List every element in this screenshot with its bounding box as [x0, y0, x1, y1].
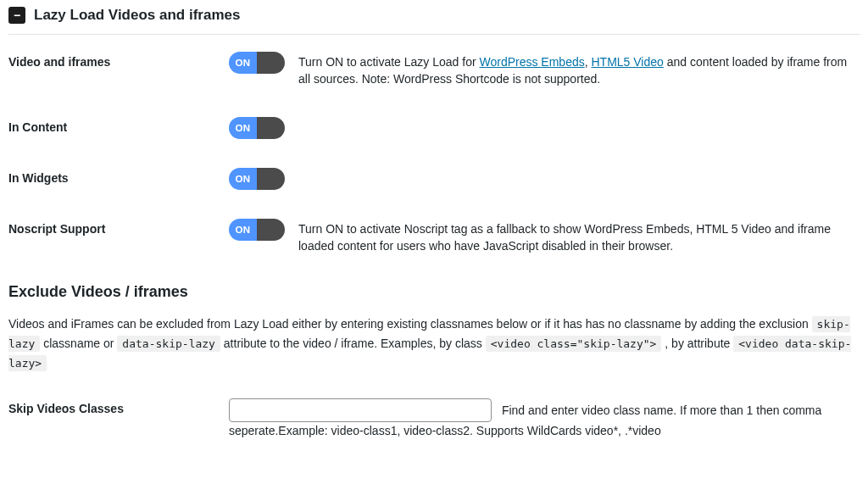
toggle-on-label: ON: [229, 117, 257, 139]
setting-desc: Turn ON to activate Noscript tag as a fa…: [298, 219, 860, 255]
code-data-skip-lazy: data-skip-lazy: [117, 336, 220, 352]
toggle-off-side: [257, 168, 285, 190]
code-example-class: <video class="skip-lazy">: [486, 336, 662, 352]
setting-label: Video and iframes: [8, 52, 229, 69]
toggle-off-side: [257, 52, 285, 74]
toggle-off-side: [257, 117, 285, 139]
setting-video-iframes: Video and iframes ON Turn ON to activate…: [8, 52, 860, 88]
toggle-in-content[interactable]: ON: [229, 117, 285, 139]
setting-noscript: Noscript Support ON Turn ON to activate …: [8, 219, 860, 255]
exclude-section-desc: Videos and iFrames can be excluded from …: [8, 314, 860, 372]
setting-label: Skip Videos Classes: [8, 398, 229, 415]
setting-label: Noscript Support: [8, 219, 229, 236]
desc-text: Videos and iFrames can be excluded from …: [8, 317, 812, 331]
desc-text: classname or: [40, 337, 117, 350]
link-html5-video[interactable]: HTML5 Video: [592, 55, 664, 69]
desc-text: ,: [585, 55, 592, 69]
section-title: Lazy Load Videos and iframes: [34, 7, 240, 24]
collapse-icon[interactable]: −: [8, 7, 25, 24]
setting-label: In Widgets: [8, 168, 229, 185]
toggle-on-label: ON: [229, 219, 257, 241]
toggle-on-label: ON: [229, 52, 257, 74]
section-header[interactable]: − Lazy Load Videos and iframes: [8, 7, 860, 35]
toggle-on-label: ON: [229, 168, 257, 190]
desc-text: Turn ON to activate Lazy Load for: [298, 55, 479, 69]
setting-desc: Turn ON to activate Lazy Load for WordPr…: [298, 52, 860, 88]
setting-label: In Content: [8, 117, 229, 134]
desc-text: , by attribute: [661, 337, 733, 350]
setting-skip-videos: Skip Videos Classes Find and enter video…: [8, 398, 860, 440]
toggle-in-widgets[interactable]: ON: [229, 168, 285, 190]
link-wordpress-embeds[interactable]: WordPress Embeds: [479, 55, 584, 69]
desc-text: attribute to the video / iframe. Example…: [220, 337, 486, 350]
setting-in-widgets: In Widgets ON: [8, 168, 860, 190]
toggle-off-side: [257, 219, 285, 241]
toggle-noscript[interactable]: ON: [229, 219, 285, 241]
setting-in-content: In Content ON: [8, 117, 860, 139]
toggle-video-iframes[interactable]: ON: [229, 52, 285, 74]
exclude-section-title: Exclude Videos / iframes: [8, 283, 860, 301]
skip-videos-input[interactable]: [229, 398, 492, 422]
